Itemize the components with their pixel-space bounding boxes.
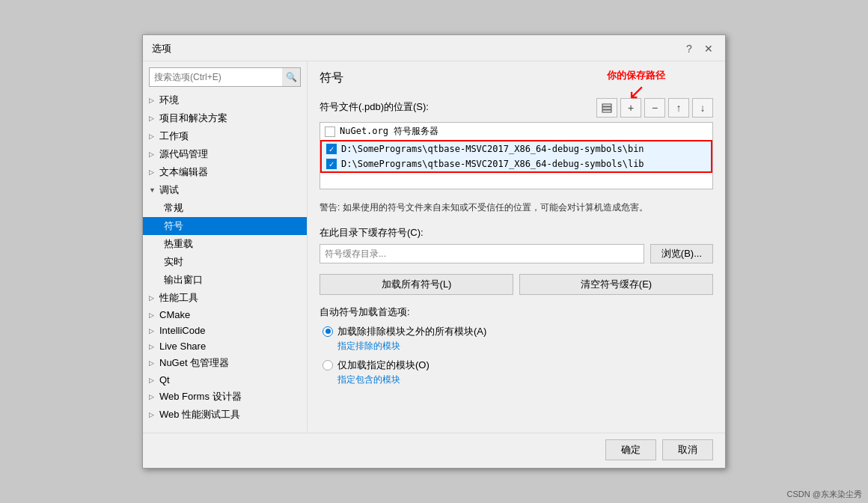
tree-label-cmake: CMake <box>159 309 190 320</box>
radio1-link[interactable]: 指定排除的模块 <box>323 340 713 353</box>
left-panel: 🔍 ▷环境▷项目和解决方案▷工作项▷源代码管理▷文本编辑器▼调试常规符号热重载实… <box>143 61 308 433</box>
tree-item-intellicode[interactable]: ▷IntelliCode <box>143 323 307 338</box>
tree-item-liveshare[interactable]: ▷Live Share <box>143 338 307 354</box>
radio1-label: 加载除排除模块之外的所有模块(A) <box>337 325 486 338</box>
cache-label: 在此目录下缓存符号(C): <box>320 226 713 240</box>
symbol-list-item[interactable]: D:\SomePrograms\qtbase-MSVC2017_X86_64-d… <box>320 140 712 156</box>
tree-list: ▷环境▷项目和解决方案▷工作项▷源代码管理▷文本编辑器▼调试常规符号热重载实时输… <box>143 90 307 427</box>
path2-checkbox[interactable] <box>326 159 337 169</box>
path2-label: D:\SomePrograms\qtbase-MSVC2017_X86_64-d… <box>341 159 644 169</box>
toolbar-down-btn[interactable]: ↓ <box>692 98 713 118</box>
tree-label-debug-output: 输出窗口 <box>164 273 203 287</box>
radio2-circle[interactable] <box>323 360 333 371</box>
radio2-link[interactable]: 指定包含的模块 <box>323 374 713 386</box>
toolbar-layers-btn[interactable] <box>596 98 617 118</box>
tree-label-debug-realtime: 实时 <box>164 255 183 269</box>
tree-label-qt: Qt <box>159 374 170 385</box>
tree-label-env: 环境 <box>159 94 179 107</box>
tree-item-webforms[interactable]: ▷Web Forms 设计器 <box>143 388 307 406</box>
tree-item-debug-symbol[interactable]: 符号 <box>143 217 307 235</box>
nuget-checkbox[interactable] <box>325 126 335 137</box>
toolbar-remove-btn[interactable]: − <box>644 98 665 118</box>
tree-item-perf[interactable]: ▷性能工具 <box>143 289 307 307</box>
tree-label-debug-normal: 常规 <box>164 201 183 215</box>
symbol-list-item[interactable]: NuGet.org 符号服务器 <box>320 123 712 140</box>
radio-line-1[interactable]: 加载除排除模块之外的所有模块(A) <box>323 325 713 338</box>
nuget-label: NuGet.org 符号服务器 <box>340 125 438 138</box>
close-button[interactable]: ✕ <box>701 41 716 56</box>
clear-cache-button[interactable]: 清空符号缓存(E) <box>519 274 713 295</box>
radio-item-2: 仅加载指定的模块(O) 指定包含的模块 <box>323 359 713 386</box>
help-button[interactable]: ? <box>682 41 697 56</box>
autoload-section: 自动符号加载首选项: 加载除排除模块之外的所有模块(A) 指定排除的模块 仅加载… <box>320 305 713 386</box>
search-box: 🔍 <box>149 67 301 87</box>
tree-arrow-webperf: ▷ <box>149 411 159 418</box>
action-row: 加载所有符号(L) 清空符号缓存(E) <box>320 274 713 295</box>
tree-arrow-text: ▷ <box>149 168 159 176</box>
tree-label-intellicode: IntelliCode <box>159 325 205 336</box>
toolbar-add-btn[interactable]: + <box>620 98 641 118</box>
tree-item-text[interactable]: ▷文本编辑器 <box>143 163 307 181</box>
tree-arrow-project: ▷ <box>149 115 159 122</box>
symbol-list-item[interactable]: D:\SomePrograms\qtbase-MSVC2017_X86_64-d… <box>320 156 712 173</box>
tree-arrow-nuget: ▷ <box>149 359 159 367</box>
cache-row: 浏览(B)... <box>320 244 713 263</box>
tree-item-debug[interactable]: ▼调试 <box>143 181 307 199</box>
radio-line-2[interactable]: 仅加载指定的模块(O) <box>323 359 713 372</box>
tree-item-cmake[interactable]: ▷CMake <box>143 307 307 323</box>
tree-label-webforms: Web Forms 设计器 <box>159 390 242 403</box>
tree-arrow-source: ▷ <box>149 150 159 158</box>
tree-item-project[interactable]: ▷项目和解决方案 <box>143 109 307 127</box>
tree-item-source[interactable]: ▷源代码管理 <box>143 145 307 163</box>
tree-label-text: 文本编辑器 <box>159 165 208 179</box>
cancel-button[interactable]: 取消 <box>662 439 713 460</box>
tree-label-work: 工作项 <box>159 129 189 143</box>
right-panel: 你的保存路径 ↙ 符号 符号文件(.pdb)的位置(S): + − ↑ ↓ <box>308 61 725 433</box>
tree-item-env[interactable]: ▷环境 <box>143 91 307 109</box>
tree-arrow-intellicode: ▷ <box>149 327 159 335</box>
tree-item-debug-realtime[interactable]: 实时 <box>143 253 307 271</box>
toolbar-up-btn[interactable]: ↑ <box>668 98 689 118</box>
tree-item-debug-output[interactable]: 输出窗口 <box>143 271 307 289</box>
tree-item-nuget[interactable]: ▷NuGet 包管理器 <box>143 354 307 372</box>
symbol-files-label: 符号文件(.pdb)的位置(S): <box>320 100 429 114</box>
cache-section: 在此目录下缓存符号(C): 浏览(B)... <box>320 226 713 263</box>
tree-item-debug-hotreload[interactable]: 热重载 <box>143 235 307 253</box>
watermark: CSDN @东来染尘秀 <box>787 489 862 500</box>
tree-label-webperf: Web 性能测试工具 <box>159 408 240 421</box>
radio-item-1: 加载除排除模块之外的所有模块(A) 指定排除的模块 <box>323 325 713 353</box>
tree-label-source: 源代码管理 <box>159 147 208 161</box>
tree-item-qt[interactable]: ▷Qt <box>143 372 307 388</box>
tree-arrow-debug: ▼ <box>149 186 159 194</box>
tree-label-debug: 调试 <box>159 183 179 197</box>
dialog-body: 🔍 ▷环境▷项目和解决方案▷工作项▷源代码管理▷文本编辑器▼调试常规符号热重载实… <box>143 61 725 433</box>
tree-arrow-webforms: ▷ <box>149 393 159 400</box>
path1-label: D:\SomePrograms\qtbase-MSVC2017_X86_64-d… <box>341 144 644 154</box>
svg-rect-2 <box>602 110 611 112</box>
tree-label-liveshare: Live Share <box>159 341 206 352</box>
search-button[interactable]: 🔍 <box>282 68 300 86</box>
radio2-label: 仅加载指定的模块(O) <box>337 359 430 372</box>
tree-label-debug-symbol: 符号 <box>164 219 183 233</box>
ok-button[interactable]: 确定 <box>605 439 656 460</box>
tree-label-perf: 性能工具 <box>159 291 198 305</box>
svg-rect-0 <box>602 104 611 106</box>
tree-arrow-perf: ▷ <box>149 294 159 302</box>
radio1-circle[interactable] <box>323 326 333 337</box>
title-bar: 选项 ? ✕ <box>143 35 725 61</box>
search-input[interactable] <box>150 69 282 85</box>
tree-item-debug-normal[interactable]: 常规 <box>143 199 307 217</box>
svg-rect-1 <box>602 107 611 109</box>
tree-arrow-cmake: ▷ <box>149 311 159 319</box>
cache-input[interactable] <box>320 244 644 263</box>
path1-checkbox[interactable] <box>326 144 337 154</box>
tree-arrow-env: ▷ <box>149 97 159 104</box>
load-all-button[interactable]: 加载所有符号(L) <box>320 274 513 295</box>
tree-label-debug-hotreload: 热重载 <box>164 237 193 251</box>
dialog-title: 选项 <box>152 42 171 55</box>
tree-item-webperf[interactable]: ▷Web 性能测试工具 <box>143 406 307 424</box>
browse-button[interactable]: 浏览(B)... <box>650 244 713 263</box>
radio-group: 加载除排除模块之外的所有模块(A) 指定排除的模块 仅加载指定的模块(O) 指定… <box>320 325 713 386</box>
tree-item-work[interactable]: ▷工作项 <box>143 127 307 145</box>
autoload-label: 自动符号加载首选项: <box>320 305 713 319</box>
